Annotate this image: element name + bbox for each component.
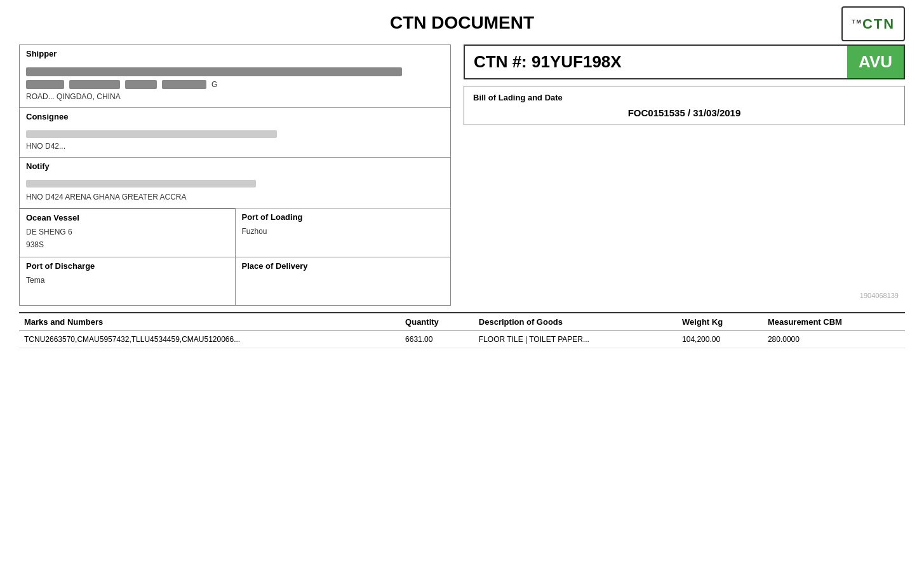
col-quantity: Quantity [400, 313, 474, 331]
discharge-delivery-row: Port of Discharge Tema Place of Delivery [19, 257, 451, 306]
ctn-logo: TMCTN [841, 6, 905, 41]
port-loading-content: Fuzhou [236, 224, 451, 256]
consignee-content: HNO D42... [20, 124, 450, 157]
ctn-number-box: CTN #: 91YUF198X AVU [464, 44, 905, 79]
consignee-hno: HNO D42... [26, 142, 444, 151]
shipper-section: Shipper G ROAD... QINGDAO, CHINA [19, 44, 451, 108]
shipper-road: ROAD... QINGDAO, CHINA [26, 92, 444, 101]
goods-table: Marks and Numbers Quantity Description o… [19, 312, 905, 348]
port-discharge-content: Tema [20, 273, 235, 305]
watermark-number: 1904068139 [860, 292, 899, 299]
ctn-number-highlight: AVU [847, 46, 904, 78]
port-loading-value: Fuzhou [242, 227, 445, 236]
shipper-label: Shipper [20, 45, 450, 61]
notify-address: HNO D424 ARENA GHANA GREATER ACCRA [26, 193, 444, 201]
cell-description: FLOOR TILE | TOILET PAPER... [474, 331, 677, 348]
redact-2 [69, 80, 120, 89]
consignee-section: Consignee HNO D42... [19, 108, 451, 158]
logo-label: CTN [862, 16, 895, 32]
col-measurement: Measurement CBM [763, 313, 905, 331]
shipper-address-row: G [26, 80, 444, 89]
cell-marks: TCNU2663570,CMAU5957432,TLLU4534459,CMAU… [19, 331, 400, 348]
port-discharge-section: Port of Discharge Tema [19, 257, 235, 306]
cell-weight: 104,200.00 [677, 331, 763, 348]
notify-section: Notify HNO D424 ARENA GHANA GREATER ACCR… [19, 158, 451, 208]
port-loading-label: Port of Loading [236, 208, 451, 224]
ocean-vessel-content: DE SHENG 6 938S [20, 225, 235, 257]
logo-text: TMCTN [852, 16, 895, 32]
shipper-content: G ROAD... QINGDAO, CHINA [20, 61, 450, 107]
notify-label: Notify [20, 158, 450, 174]
consignee-label: Consignee [20, 108, 450, 124]
port-loading-section: Port of Loading Fuzhou [235, 208, 452, 257]
place-delivery-content [236, 273, 451, 305]
cell-measurement: 280.0000 [763, 331, 905, 348]
shipper-suffix: G [211, 80, 217, 89]
shipper-name-redacted [26, 67, 402, 76]
table-row: TCNU2663570,CMAU5957432,TLLU4534459,CMAU… [19, 331, 905, 348]
place-delivery-label: Place of Delivery [236, 257, 451, 273]
vessel-loading-row: Ocean Vessel DE SHENG 6 938S Port of Loa… [19, 208, 451, 257]
place-delivery-section: Place of Delivery [235, 257, 452, 306]
bill-lading-box: Bill of Lading and Date FOC0151535 / 31/… [464, 86, 905, 125]
col-weight: Weight Kg [677, 313, 763, 331]
right-column: CTN #: 91YUF198X AVU Bill of Lading and … [464, 44, 905, 306]
redact-3 [125, 80, 157, 89]
logo-tm: TM [852, 18, 862, 24]
redact-4 [162, 80, 206, 89]
ocean-vessel-label: Ocean Vessel [20, 209, 235, 225]
col-description: Description of Goods [474, 313, 677, 331]
bill-lading-value: FOC0151535 / 31/03/2019 [473, 107, 895, 118]
ocean-vessel-section: Ocean Vessel DE SHENG 6 938S [19, 208, 235, 257]
port-discharge-value: Tema [26, 276, 229, 285]
page-title: CTN DOCUMENT [19, 13, 905, 33]
vessel-name: DE SHENG 6 [26, 228, 229, 236]
notify-content: HNO D424 ARENA GHANA GREATER ACCRA [20, 174, 450, 208]
redact-1 [26, 80, 64, 89]
port-discharge-label: Port of Discharge [20, 257, 235, 273]
ctn-number-text: CTN #: 91YUF198X [465, 46, 847, 78]
consignee-name-redacted [26, 130, 277, 138]
col-marks: Marks and Numbers [19, 313, 400, 331]
notify-name-redacted [26, 180, 256, 187]
bill-lading-label: Bill of Lading and Date [473, 93, 895, 102]
cell-quantity: 6631.00 [400, 331, 474, 348]
vessel-voyage: 938S [26, 240, 229, 249]
